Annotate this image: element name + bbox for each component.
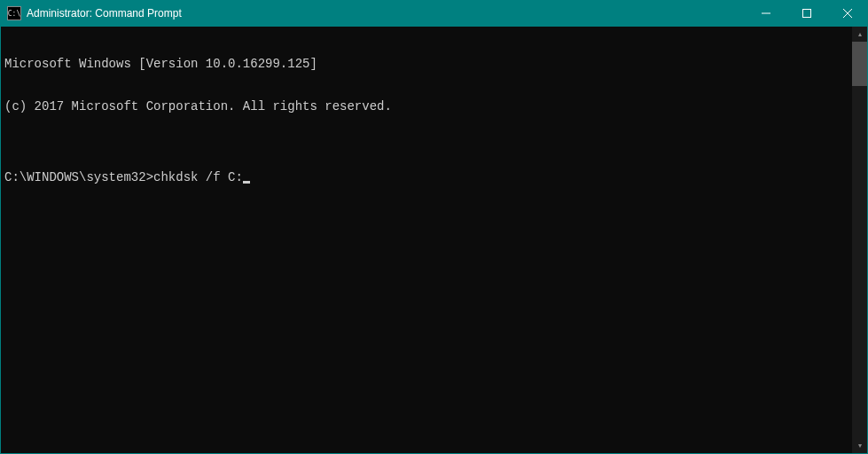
console-line: Microsoft Windows [Version 10.0.16299.12…: [4, 57, 848, 71]
cursor: [243, 181, 250, 184]
scroll-track[interactable]: [852, 42, 867, 438]
maximize-button[interactable]: [786, 0, 827, 27]
minimize-icon: [762, 9, 770, 18]
console-output[interactable]: Microsoft Windows [Version 10.0.16299.12…: [1, 27, 852, 453]
cmd-icon: C:\: [7, 6, 21, 20]
command-text: chkdsk /f C:: [153, 170, 243, 184]
prompt-text: C:\WINDOWS\system32>: [4, 170, 153, 184]
window-controls: [746, 0, 868, 27]
scroll-up-button[interactable]: ▴: [852, 27, 867, 42]
client-area: Microsoft Windows [Version 10.0.16299.12…: [1, 27, 867, 453]
console-line: (c) 2017 Microsoft Corporation. All righ…: [4, 99, 848, 114]
prompt-line: C:\WINDOWS\system32>chkdsk /f C:: [4, 170, 848, 184]
vertical-scrollbar[interactable]: ▴ ▾: [852, 27, 867, 453]
maximize-icon: [802, 9, 811, 18]
scroll-down-button[interactable]: ▾: [852, 438, 867, 453]
close-icon: [843, 9, 852, 18]
window-title: Administrator: Command Prompt: [27, 7, 746, 20]
scroll-thumb[interactable]: [852, 42, 867, 86]
svg-rect-1: [803, 10, 811, 18]
close-button[interactable]: [827, 0, 868, 27]
minimize-button[interactable]: [746, 0, 786, 27]
titlebar: C:\ Administrator: Command Prompt: [0, 0, 868, 27]
